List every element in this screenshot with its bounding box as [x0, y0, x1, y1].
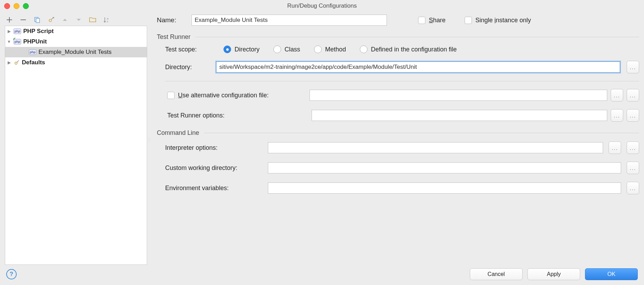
name-input[interactable] [192, 15, 387, 26]
name-label: Name: [157, 16, 192, 24]
alt-config-extra-button[interactable]: ... [627, 89, 639, 101]
cancel-button[interactable]: Cancel [470, 268, 523, 280]
help-icon[interactable]: ? [6, 269, 17, 279]
single-instance-label: Single instance only [475, 17, 531, 24]
move-down-icon[interactable] [75, 16, 83, 24]
cwd-input[interactable] [268, 162, 621, 173]
browse-alt-config-button[interactable]: ... [611, 89, 623, 101]
radio-icon[interactable] [314, 46, 322, 53]
divider [165, 81, 639, 81]
wrench-icon [14, 59, 20, 66]
divider [195, 37, 639, 37]
move-up-icon[interactable] [61, 16, 69, 24]
alt-config-input[interactable] [310, 90, 607, 101]
share-checkbox[interactable] [418, 17, 425, 24]
configurations-tree[interactable]: ▶ php PHP Script ▼ php✔ PHPUnit php Exam… [5, 26, 147, 265]
sort-alpha-icon[interactable]: az [103, 16, 110, 24]
interpreter-options-input[interactable] [268, 142, 603, 153]
env-browse-button[interactable]: ... [627, 182, 639, 194]
use-alt-config-checkbox[interactable] [167, 92, 175, 99]
svg-point-5 [15, 62, 17, 64]
remove-icon[interactable] [19, 16, 27, 24]
php-icon: php [14, 28, 21, 34]
apply-button[interactable]: Apply [527, 268, 580, 280]
title-bar: Run/Debug Configurations [0, 0, 644, 12]
runner-options-label: Test Runner options: [167, 112, 224, 119]
runner-options-input[interactable] [312, 110, 607, 121]
cwd-label: Custom working directory: [165, 164, 262, 172]
option-label: Defined in the configuration file [371, 46, 457, 53]
runner-options-extra-button[interactable]: ... [627, 109, 639, 122]
collapse-icon[interactable]: ▼ [7, 39, 11, 44]
tree-node-php-script[interactable]: ▶ php PHP Script [5, 26, 147, 36]
scope-directory-option[interactable]: Directory [223, 46, 260, 53]
folder-icon[interactable] [89, 16, 96, 24]
radio-icon[interactable] [360, 46, 367, 53]
option-label: Method [325, 46, 346, 53]
test-runner-title: Test Runner [157, 33, 190, 41]
dialog-footer: ? Cancel Apply OK [0, 265, 644, 284]
interpreter-options-label: Interpreter options: [165, 144, 262, 152]
radio-icon[interactable] [273, 46, 281, 53]
test-runner-group: Test Runner Test scope: Directory Class [157, 33, 639, 122]
command-line-group: Command Line Interpreter options: ... ..… [157, 129, 639, 194]
single-instance-checkbox[interactable] [465, 17, 472, 24]
divider [204, 133, 639, 133]
svg-text:z: z [107, 20, 108, 23]
expand-icon[interactable]: ▶ [7, 29, 11, 34]
ok-button[interactable]: OK [585, 268, 638, 280]
interpreter-extra-button[interactable]: ... [627, 141, 639, 154]
copy-icon[interactable] [33, 16, 41, 24]
runner-options-browse-button[interactable]: ... [611, 109, 623, 122]
expand-icon[interactable]: ▶ [7, 60, 11, 65]
tree-label: Defaults [22, 59, 45, 66]
browse-directory-button[interactable]: ... [627, 61, 639, 73]
tree-node-phpunit[interactable]: ▼ php✔ PHPUnit [5, 36, 147, 47]
name-row: Name: Share Single instance only [157, 15, 639, 26]
radio-icon[interactable] [223, 46, 231, 53]
php-icon: php [29, 49, 36, 55]
directory-label: Directory: [165, 64, 210, 71]
tree-label: Example_Module Unit Tests [39, 49, 111, 56]
splitter-handle[interactable]: ⋮ [147, 15, 150, 265]
tree-label: PHPUnit [23, 38, 47, 45]
settings-icon[interactable] [47, 16, 55, 24]
share-label: Share [429, 17, 446, 24]
svg-rect-1 [36, 18, 40, 23]
option-label: Directory [235, 46, 260, 53]
cwd-browse-button[interactable]: ... [627, 162, 639, 174]
tree-label: PHP Script [23, 28, 54, 35]
add-icon[interactable] [6, 16, 13, 24]
env-label: Environment variables: [165, 185, 262, 192]
interpreter-browse-button[interactable]: ... [609, 141, 621, 154]
phpunit-icon: php✔ [14, 39, 21, 44]
env-input[interactable] [268, 182, 621, 194]
directory-input[interactable] [216, 61, 620, 73]
option-label: Class [285, 46, 300, 53]
window-title: Run/Debug Configurations [0, 2, 644, 9]
tree-node-example-config[interactable]: php Example_Module Unit Tests [5, 47, 147, 57]
use-alt-config-label: Use alternative configuration file: [178, 92, 269, 99]
command-line-title: Command Line [157, 129, 199, 137]
test-scope-label: Test scope: [165, 46, 210, 53]
svg-point-2 [49, 19, 52, 22]
scope-method-option[interactable]: Method [314, 46, 346, 53]
config-toolbar: az [5, 15, 147, 26]
tree-node-defaults[interactable]: ▶ Defaults [5, 57, 147, 68]
scope-class-option[interactable]: Class [273, 46, 300, 53]
scope-defined-option[interactable]: Defined in the configuration file [360, 46, 457, 53]
